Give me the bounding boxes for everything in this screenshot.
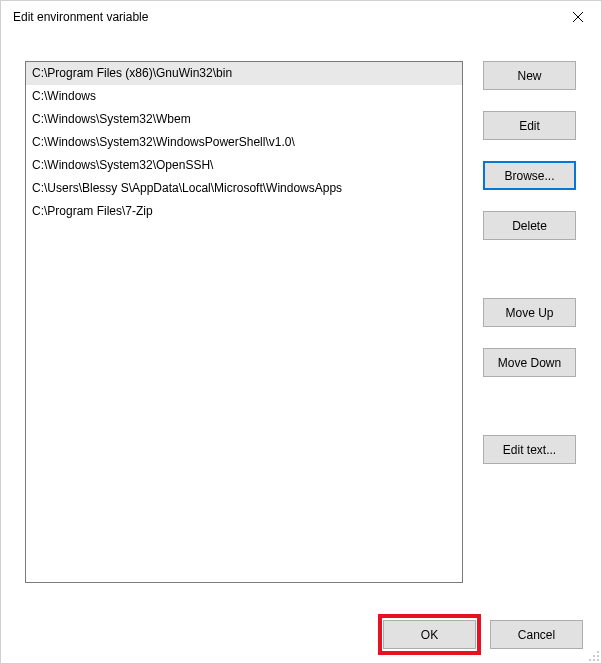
list-item[interactable]: C:\Program Files\7-Zip <box>26 200 462 223</box>
list-item[interactable]: C:\Users\Blessy S\AppData\Local\Microsof… <box>26 177 462 200</box>
cancel-button[interactable]: Cancel <box>490 620 583 649</box>
path-listbox[interactable]: C:\Program Files (x86)\GnuWin32\binC:\Wi… <box>25 61 463 583</box>
svg-point-4 <box>593 659 595 661</box>
svg-point-1 <box>593 655 595 657</box>
list-item[interactable]: C:\Windows\System32\WindowsPowerShell\v1… <box>26 131 462 154</box>
ok-button[interactable]: OK <box>383 620 476 649</box>
close-icon <box>573 12 583 22</box>
move-up-button[interactable]: Move Up <box>483 298 576 327</box>
dialog-title: Edit environment variable <box>13 10 148 24</box>
dialog-footer: OK Cancel <box>383 620 583 649</box>
browse-button[interactable]: Browse... <box>483 161 576 190</box>
svg-point-3 <box>589 659 591 661</box>
list-item[interactable]: C:\Windows\System32\OpenSSH\ <box>26 154 462 177</box>
dialog-content: C:\Program Files (x86)\GnuWin32\binC:\Wi… <box>1 33 601 597</box>
svg-point-5 <box>597 659 599 661</box>
new-button[interactable]: New <box>483 61 576 90</box>
delete-button[interactable]: Delete <box>483 211 576 240</box>
list-item[interactable]: C:\Windows\System32\Wbem <box>26 108 462 131</box>
edit-button[interactable]: Edit <box>483 111 576 140</box>
resize-grip[interactable] <box>586 648 600 662</box>
list-item[interactable]: C:\Windows <box>26 85 462 108</box>
list-item[interactable]: C:\Program Files (x86)\GnuWin32\bin <box>26 62 462 85</box>
svg-point-0 <box>597 651 599 653</box>
edit-text-button[interactable]: Edit text... <box>483 435 576 464</box>
side-button-panel: New Edit Browse... Delete Move Up Move D… <box>483 61 576 583</box>
close-button[interactable] <box>555 1 601 33</box>
resize-grip-icon <box>586 648 600 662</box>
titlebar: Edit environment variable <box>1 1 601 33</box>
svg-point-2 <box>597 655 599 657</box>
move-down-button[interactable]: Move Down <box>483 348 576 377</box>
